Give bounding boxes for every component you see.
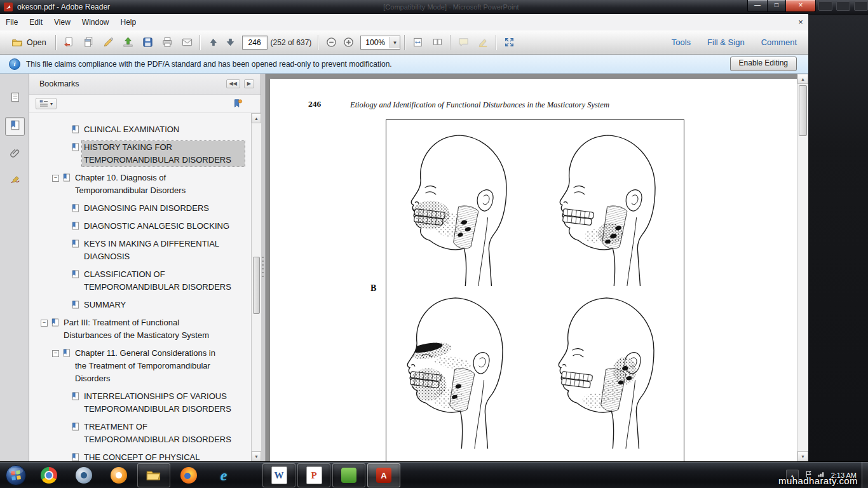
zoom-out-icon[interactable] bbox=[323, 34, 340, 51]
bookmark-label[interactable]: DIAGNOSING PAIN DISORDERS bbox=[82, 202, 211, 215]
taskbar-button-chrome[interactable] bbox=[32, 463, 65, 487]
bookmark-label[interactable]: CLINICAL EXAMINATION bbox=[82, 123, 181, 136]
attachments-button[interactable] bbox=[5, 145, 25, 164]
copy-pages-icon[interactable] bbox=[80, 34, 97, 51]
background-control-icon[interactable] bbox=[854, 1, 868, 11]
taskbar-button-windows-explorer[interactable] bbox=[137, 463, 170, 487]
document-scrollbar[interactable]: ▲ ▼ bbox=[797, 74, 808, 461]
save-icon[interactable] bbox=[139, 34, 156, 51]
scrollbar-thumb[interactable] bbox=[253, 257, 260, 314]
bookmark-label[interactable]: THE CONCEPT OF PHYSICAL bbox=[82, 451, 202, 461]
bookmarks-panel-button[interactable] bbox=[5, 117, 25, 136]
taskbar-button-internet-explorer[interactable]: e bbox=[207, 463, 240, 487]
scroll-down-icon[interactable]: ▼ bbox=[252, 451, 261, 461]
bookmark-item[interactable]: HISTORY TAKING FOR TEMPOROMANDIBULAR DIS… bbox=[29, 141, 251, 166]
collapse-panel-button[interactable]: ◀◀ bbox=[226, 79, 240, 88]
expand-panel-button[interactable]: ▶ bbox=[244, 79, 254, 88]
sign-pencil-icon[interactable] bbox=[100, 34, 117, 51]
scroll-down-icon[interactable]: ▼ bbox=[797, 451, 808, 461]
bookmark-item[interactable]: THE CONCEPT OF PHYSICAL bbox=[29, 451, 251, 461]
zoom-in-icon[interactable] bbox=[340, 34, 357, 51]
bookmark-item[interactable]: KEYS IN MAKING A DIFFERENTIAL DIAGNOSIS bbox=[29, 238, 251, 263]
menu-file[interactable]: File bbox=[0, 14, 24, 30]
maximize-button[interactable]: □ bbox=[768, 0, 785, 12]
taskbar-button-powerpoint[interactable]: P bbox=[297, 463, 330, 487]
bookmark-label[interactable]: HISTORY TAKING FOR TEMPOROMANDIBULAR DIS… bbox=[82, 141, 245, 166]
bookmark-label[interactable]: INTERRELATIONSHIPS OF VARIOUS TEMPOROMAN… bbox=[82, 390, 245, 416]
bookmark-label[interactable]: KEYS IN MAKING A DIFFERENTIAL DIAGNOSIS bbox=[82, 238, 245, 263]
previous-page-icon[interactable] bbox=[205, 34, 222, 51]
collapse-toggle-icon[interactable]: − bbox=[52, 350, 59, 357]
comment-button[interactable]: Comment bbox=[761, 37, 797, 47]
tools-button[interactable]: Tools bbox=[672, 37, 691, 47]
bookmark-label[interactable]: SUMMARY bbox=[82, 299, 128, 311]
bookmark-item[interactable]: −Chapter 11. General Considerations in t… bbox=[29, 347, 251, 385]
bookmark-item[interactable]: DIAGNOSTIC ANALGESIC BLOCKING bbox=[29, 220, 251, 233]
close-button[interactable]: × bbox=[785, 0, 816, 12]
bookmarks-scrollbar[interactable]: ▲ ▼ bbox=[251, 113, 261, 461]
toolbar-separator bbox=[55, 35, 57, 50]
bookmark-label[interactable]: DIAGNOSTIC ANALGESIC BLOCKING bbox=[82, 220, 231, 233]
bookmark-item[interactable]: SUMMARY bbox=[29, 299, 251, 311]
background-control-icon[interactable] bbox=[836, 1, 850, 11]
two-page-view-icon[interactable] bbox=[429, 34, 446, 51]
goto-current-bookmark-button[interactable] bbox=[233, 98, 243, 109]
panel-splitter[interactable] bbox=[261, 74, 266, 461]
page-thumbnails-button[interactable] bbox=[5, 89, 25, 108]
taskbar-button-media-player-orange[interactable] bbox=[102, 463, 135, 487]
taskbar-button-green-media-app[interactable] bbox=[332, 463, 365, 487]
menubar-close-icon[interactable]: × bbox=[794, 14, 807, 30]
bookmark-label[interactable]: Chapter 10. Diagnosis of Temporomandibul… bbox=[73, 172, 223, 197]
taskbar-button-media-player-blue[interactable] bbox=[67, 463, 100, 487]
background-control-icon[interactable] bbox=[818, 1, 832, 11]
page-number-text: 246 bbox=[308, 99, 321, 109]
menu-help[interactable]: Help bbox=[115, 14, 142, 30]
bookmark-item[interactable]: DIAGNOSING PAIN DISORDERS bbox=[29, 202, 251, 215]
scroll-up-icon[interactable]: ▲ bbox=[252, 113, 261, 123]
send-page-icon[interactable] bbox=[60, 34, 78, 51]
open-button[interactable]: Open bbox=[6, 35, 51, 50]
background-window-controls[interactable] bbox=[818, 1, 868, 11]
bookmark-item[interactable]: CLINICAL EXAMINATION bbox=[29, 123, 251, 136]
scrollbar-thumb[interactable] bbox=[799, 85, 807, 136]
taskbar-button-word[interactable]: W bbox=[262, 463, 295, 487]
zoom-level-select[interactable]: 100% ▾ bbox=[360, 36, 400, 50]
bookmark-label[interactable]: TREATMENT OF TEMPOROMANDIBULAR DISORDERS bbox=[82, 421, 245, 446]
taskbar-button-adobe-reader[interactable]: A bbox=[367, 463, 400, 487]
fit-width-icon[interactable] bbox=[409, 34, 426, 51]
print-icon[interactable] bbox=[159, 34, 176, 51]
bookmark-item[interactable]: −Part III: Treatment of Functional Distu… bbox=[29, 316, 251, 342]
highlight-pen-icon[interactable] bbox=[475, 34, 492, 51]
scroll-up-icon[interactable]: ▲ bbox=[797, 74, 808, 84]
taskbar-button-firefox[interactable] bbox=[172, 463, 205, 487]
bookmark-item[interactable]: INTERRELATIONSHIPS OF VARIOUS TEMPOROMAN… bbox=[29, 390, 251, 416]
splitter-grip[interactable] bbox=[262, 257, 264, 278]
enable-editing-button[interactable]: Enable Editing bbox=[730, 57, 797, 71]
next-page-icon[interactable] bbox=[222, 34, 239, 51]
start-button[interactable] bbox=[4, 463, 28, 487]
fullscreen-icon[interactable] bbox=[501, 34, 518, 51]
fill-sign-button[interactable]: Fill & Sign bbox=[707, 37, 745, 47]
show-desktop-button[interactable] bbox=[862, 462, 868, 488]
sticky-note-icon[interactable] bbox=[455, 34, 472, 51]
collapse-toggle-icon[interactable]: − bbox=[41, 320, 48, 327]
menu-window[interactable]: Window bbox=[76, 14, 115, 30]
collapse-toggle-icon[interactable]: − bbox=[52, 175, 59, 182]
signatures-button[interactable] bbox=[5, 172, 25, 191]
bookmark-label[interactable]: CLASSIFICATION OF TEMPOROMANDIBULAR DISO… bbox=[82, 268, 245, 294]
window-controls: — □ × bbox=[747, 0, 816, 12]
bookmark-item[interactable]: −Chapter 10. Diagnosis of Temporomandibu… bbox=[29, 172, 251, 197]
toolbar-separator bbox=[450, 35, 451, 50]
bookmark-label[interactable]: Chapter 11. General Considerations in th… bbox=[73, 347, 223, 385]
bookmark-item[interactable]: CLASSIFICATION OF TEMPOROMANDIBULAR DISO… bbox=[29, 268, 251, 294]
menu-edit[interactable]: Edit bbox=[24, 14, 48, 30]
page-number-input[interactable] bbox=[242, 36, 268, 50]
share-upload-icon[interactable] bbox=[119, 34, 137, 51]
bookmark-item[interactable]: TREATMENT OF TEMPOROMANDIBULAR DISORDERS bbox=[29, 421, 251, 446]
bookmark-label[interactable]: Part III: Treatment of Functional Distur… bbox=[62, 316, 218, 342]
bookmarks-options-menu-button[interactable]: ▾ bbox=[36, 98, 57, 109]
email-icon[interactable] bbox=[179, 34, 196, 51]
minimize-button[interactable]: — bbox=[747, 0, 768, 12]
menu-view[interactable]: View bbox=[48, 14, 76, 30]
chevron-down-icon[interactable]: ▾ bbox=[390, 37, 400, 48]
